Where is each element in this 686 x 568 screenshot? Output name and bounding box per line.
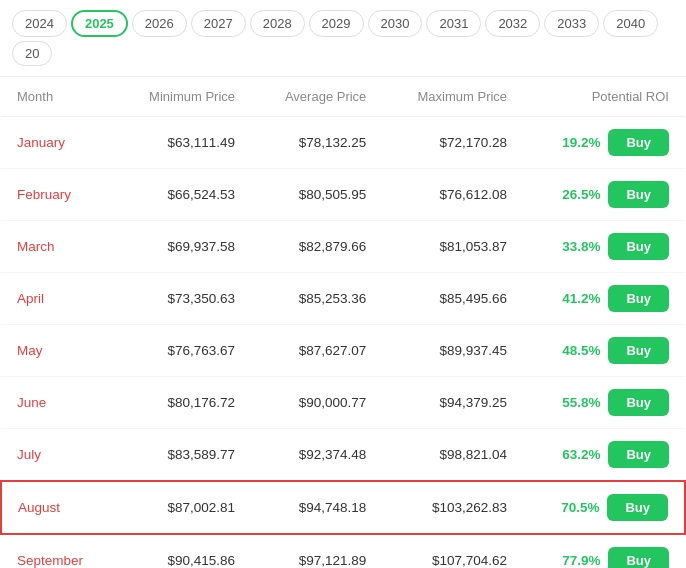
year-tab-2033[interactable]: 2033 — [544, 10, 599, 37]
buy-button[interactable]: Buy — [608, 181, 669, 208]
year-tab-2025[interactable]: 2025 — [71, 10, 128, 37]
min-price-cell: $83,589.77 — [115, 429, 252, 482]
col-header-maximum-price: Maximum Price — [382, 77, 523, 117]
max-price-cell: $72,170.28 — [382, 117, 523, 169]
max-price-cell: $85,495.66 — [382, 273, 523, 325]
table-row: January$63,111.49$78,132.25$72,170.2819.… — [1, 117, 685, 169]
max-price-cell: $89,937.45 — [382, 325, 523, 377]
roi-value: 26.5% — [562, 187, 600, 202]
table-row: March$69,937.58$82,879.66$81,053.8733.8%… — [1, 221, 685, 273]
year-tab-2026[interactable]: 2026 — [132, 10, 187, 37]
avg-price-cell: $97,121.89 — [251, 534, 382, 568]
buy-button[interactable]: Buy — [607, 494, 668, 521]
month-name: August — [18, 500, 60, 515]
year-tab-2030[interactable]: 2030 — [368, 10, 423, 37]
roi-cell: 55.8%Buy — [523, 377, 685, 429]
month-name: May — [17, 343, 43, 358]
table-row: April$73,350.63$85,253.36$85,495.6641.2%… — [1, 273, 685, 325]
avg-price-cell: $92,374.48 — [251, 429, 382, 482]
roi-cell: 41.2%Buy — [523, 273, 685, 325]
max-price-cell: $76,612.08 — [382, 169, 523, 221]
buy-button[interactable]: Buy — [608, 547, 669, 568]
month-cell: September — [1, 534, 115, 568]
roi-value: 55.8% — [562, 395, 600, 410]
avg-price-cell: $85,253.36 — [251, 273, 382, 325]
year-tab-2027[interactable]: 2027 — [191, 10, 246, 37]
max-price-cell: $107,704.62 — [382, 534, 523, 568]
max-price-cell: $81,053.87 — [382, 221, 523, 273]
max-price-cell: $98,821.04 — [382, 429, 523, 482]
roi-cell: 70.5%Buy — [523, 481, 685, 534]
max-price-cell: $103,262.83 — [382, 481, 523, 534]
roi-cell: 19.2%Buy — [523, 117, 685, 169]
min-price-cell: $73,350.63 — [115, 273, 252, 325]
buy-button[interactable]: Buy — [608, 129, 669, 156]
buy-button[interactable]: Buy — [608, 337, 669, 364]
min-price-cell: $66,524.53 — [115, 169, 252, 221]
year-tab-2032[interactable]: 2032 — [485, 10, 540, 37]
roi-value: 70.5% — [561, 500, 599, 515]
month-cell: April — [1, 273, 115, 325]
roi-value: 63.2% — [562, 447, 600, 462]
month-cell: July — [1, 429, 115, 482]
min-price-cell: $63,111.49 — [115, 117, 252, 169]
year-tab-2040[interactable]: 2040 — [603, 10, 658, 37]
year-tab-2024[interactable]: 2024 — [12, 10, 67, 37]
min-price-cell: $87,002.81 — [115, 481, 252, 534]
avg-price-cell: $94,748.18 — [251, 481, 382, 534]
month-name: February — [17, 187, 71, 202]
avg-price-cell: $87,627.07 — [251, 325, 382, 377]
month-name: January — [17, 135, 65, 150]
roi-cell: 63.2%Buy — [523, 429, 685, 482]
roi-cell: 26.5%Buy — [523, 169, 685, 221]
buy-button[interactable]: Buy — [608, 441, 669, 468]
col-header-average-price: Average Price — [251, 77, 382, 117]
month-name: April — [17, 291, 44, 306]
roi-cell: 48.5%Buy — [523, 325, 685, 377]
year-tab-2029[interactable]: 2029 — [309, 10, 364, 37]
roi-value: 77.9% — [562, 553, 600, 568]
col-header-potential-roi: Potential ROI — [523, 77, 685, 117]
month-name: March — [17, 239, 55, 254]
roi-value: 19.2% — [562, 135, 600, 150]
month-cell: August — [1, 481, 115, 534]
min-price-cell: $80,176.72 — [115, 377, 252, 429]
year-tab-2031[interactable]: 2031 — [426, 10, 481, 37]
month-name: June — [17, 395, 46, 410]
roi-cell: 77.9%Buy — [523, 534, 685, 568]
roi-value: 48.5% — [562, 343, 600, 358]
min-price-cell: $76,763.67 — [115, 325, 252, 377]
buy-button[interactable]: Buy — [608, 389, 669, 416]
year-tab-20[interactable]: 20 — [12, 41, 52, 66]
main-container: 2024202520262027202820292030203120322033… — [0, 0, 686, 568]
month-cell: February — [1, 169, 115, 221]
month-cell: May — [1, 325, 115, 377]
avg-price-cell: $90,000.77 — [251, 377, 382, 429]
price-table: MonthMinimum PriceAverage PriceMaximum P… — [0, 77, 686, 568]
roi-value: 33.8% — [562, 239, 600, 254]
table-row: February$66,524.53$80,505.95$76,612.0826… — [1, 169, 685, 221]
month-cell: January — [1, 117, 115, 169]
roi-cell: 33.8%Buy — [523, 221, 685, 273]
col-header-minimum-price: Minimum Price — [115, 77, 252, 117]
table-row: May$76,763.67$87,627.07$89,937.4548.5%Bu… — [1, 325, 685, 377]
year-tab-2028[interactable]: 2028 — [250, 10, 305, 37]
month-name: July — [17, 447, 41, 462]
table-row: August$87,002.81$94,748.18$103,262.8370.… — [1, 481, 685, 534]
month-cell: June — [1, 377, 115, 429]
table-row: July$83,589.77$92,374.48$98,821.0463.2%B… — [1, 429, 685, 482]
max-price-cell: $94,379.25 — [382, 377, 523, 429]
avg-price-cell: $82,879.66 — [251, 221, 382, 273]
table-row: June$80,176.72$90,000.77$94,379.2555.8%B… — [1, 377, 685, 429]
avg-price-cell: $80,505.95 — [251, 169, 382, 221]
col-header-month: Month — [1, 77, 115, 117]
table-row: September$90,415.86$97,121.89$107,704.62… — [1, 534, 685, 568]
roi-value: 41.2% — [562, 291, 600, 306]
avg-price-cell: $78,132.25 — [251, 117, 382, 169]
buy-button[interactable]: Buy — [608, 285, 669, 312]
year-tabs-bar: 2024202520262027202820292030203120322033… — [0, 0, 686, 77]
min-price-cell: $90,415.86 — [115, 534, 252, 568]
month-cell: March — [1, 221, 115, 273]
buy-button[interactable]: Buy — [608, 233, 669, 260]
min-price-cell: $69,937.58 — [115, 221, 252, 273]
